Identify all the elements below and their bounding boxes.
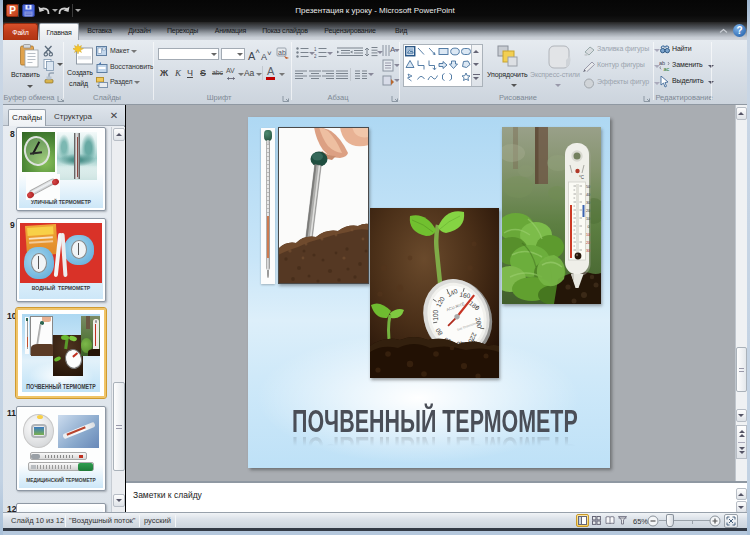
svg-text:50: 50 <box>586 185 590 189</box>
svg-text:ab: ab <box>278 49 286 56</box>
svg-text:20: 20 <box>586 241 590 245</box>
svg-text:1: 1 <box>314 47 317 52</box>
svg-text:°C: °C <box>579 175 585 180</box>
svg-text:30: 30 <box>586 249 590 253</box>
svg-text:0: 0 <box>588 225 590 229</box>
svg-text:10: 10 <box>586 217 590 221</box>
svg-text:100: 100 <box>432 309 439 320</box>
svg-text:2: 2 <box>314 54 317 58</box>
svg-text:40: 40 <box>586 193 590 197</box>
svg-text:ac: ac <box>664 66 670 72</box>
svg-text:10: 10 <box>586 233 590 237</box>
svg-text:20: 20 <box>586 209 590 213</box>
svg-text:30: 30 <box>586 201 590 205</box>
